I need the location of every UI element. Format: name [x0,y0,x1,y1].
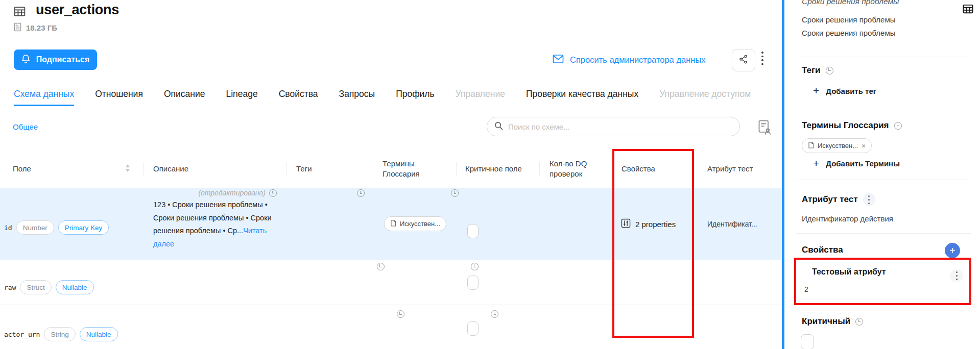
tab-profile[interactable]: Профиль [396,89,435,106]
tab-queries[interactable]: Запросы [339,89,375,106]
col-header-field: Поле [13,151,120,187]
sort-icon[interactable] [126,164,130,172]
nullable-badge: Nullable [56,280,94,294]
clock-icon [269,189,277,197]
term-doc-icon [808,142,814,150]
share-icon [738,54,749,66]
add-tag-button[interactable]: + Добавить тег [813,86,876,96]
properties-cell[interactable]: 2 properties [621,218,676,230]
attr-test-value: Идентификатор действия [802,214,893,223]
tab-access: Управление доступом [659,89,751,106]
add-property-button[interactable]: + [945,243,960,258]
col-header-tags: Теги [296,151,357,187]
field-name: actor_urn [4,331,40,338]
attr-test-cell: Идентификат... [707,220,757,228]
tags-pending-clock-icon [357,189,365,197]
glossary-title: Термины Глоссария [802,120,889,131]
dataset-icon [13,5,26,20]
description-preview-italic: Сроки решения проблемы [802,0,899,6]
property-card-value: 2 [804,285,808,293]
share-button[interactable] [732,49,755,71]
glossary-term-chip[interactable]: Искусствен... × [802,138,872,153]
edited-marker: (отредактировано) [198,189,266,197]
terms-pending-clock-icon [491,310,498,318]
critical-section-header: Критичный [802,316,863,327]
tags-pending-clock-icon [377,263,385,270]
critical-checkbox[interactable] [801,334,814,349]
glossary-section-header: Термины Глоссария [802,120,902,131]
page-title: user_actions [36,2,119,18]
tab-properties[interactable]: Свойства [279,89,318,106]
add-tag-label: Добавить тег [826,87,876,95]
ask-admin-label: Спросить администратора данных [570,55,706,65]
attr-test-menu-button[interactable] [863,193,875,206]
tab-description[interactable]: Описание [164,89,205,106]
dataset-page: user_actions 18.23 ГБ Подписаться Спроси… [0,0,980,349]
more-menu-button[interactable] [761,52,763,65]
storage-icon [14,22,21,34]
type-badge: String [44,327,75,341]
col-header-attr-test: Атрибут тест [707,151,779,187]
entity-sidebar: Сроки решения проблемы Сроки решения про… [785,0,980,349]
subscribe-button[interactable]: Подписаться [14,49,97,70]
view-switch-general[interactable]: Общее [13,122,38,131]
search-icon [494,121,503,132]
glossary-pending-clock-icon [894,122,902,130]
remove-term-icon[interactable]: × [862,142,866,150]
page-tabs: Схема данных Отношения Описание Lineage … [14,89,751,106]
tab-dq-checks[interactable]: Проверки качества данных [526,89,638,106]
critical-checkbox[interactable] [467,321,479,336]
field-name: id [4,224,12,232]
col-header-description: Описание [153,151,266,187]
subscribe-label: Подписаться [36,55,90,64]
tags-pending-clock-icon [397,310,404,318]
term-doc-icon [390,220,396,228]
property-card-menu-button[interactable] [950,269,963,282]
terms-pending-clock-icon [471,263,479,270]
ask-admin-link[interactable]: Спросить администратора данных [553,54,706,66]
type-badge: Number [16,220,54,235]
plus-icon: + [813,86,819,96]
nullable-badge: Nullable [80,327,118,341]
tags-pending-clock-icon [826,67,833,74]
tab-lineage[interactable]: Lineage [226,89,257,106]
panel-toggle-icon[interactable] [962,3,974,17]
properties-section-title: Свойства [802,245,843,255]
plus-icon: + [813,158,819,168]
dataset-size: 18.23 ГБ [26,23,57,32]
schema-search [487,117,740,136]
term-label: Искусствен... [400,220,440,228]
tab-governance: Управление [456,89,505,106]
description-preview-line: Сроки решения проблемы [802,15,896,24]
plus-icon: + [949,245,955,257]
field-cell-id: id Number Primary Key [4,220,109,235]
critical-pending-clock-icon [855,318,863,326]
col-header-critical-field: Критичное поле [465,151,533,187]
properties-count: 2 properties [635,220,676,229]
bell-icon [21,54,30,66]
property-card-title: Тестовый атрибут [812,267,886,277]
critical-checkbox[interactable] [467,276,479,290]
field-name: raw [4,284,16,291]
tab-relations[interactable]: Отношения [95,89,143,106]
field-cell-actor-urn: actor_urn String Nullable [4,327,118,341]
sidebar-divider-line [782,0,784,349]
col-header-glossary-terms: Термины Глоссария [383,151,448,187]
tab-schema[interactable]: Схема данных [14,89,74,106]
col-header-properties: Свойства [622,151,688,187]
search-input[interactable] [507,122,732,132]
annotation-box-property-card [794,258,971,305]
attr-test-title: Атрибут тест [802,194,858,205]
col-header-dq-count: Кол-во DQ проверок [549,151,606,187]
schema-settings-icon[interactable] [757,119,772,137]
add-terms-button[interactable]: + Добавить Термины [813,158,900,168]
envelope-icon [553,54,564,66]
glossary-term-chip[interactable]: Искусствен... [384,216,446,231]
critical-title: Критичный [802,316,850,327]
critical-checkbox[interactable] [467,224,479,238]
tags-title: Теги [802,65,821,76]
description-cell: (отредактировано) 123 • Сроки решения пр… [153,189,277,251]
add-terms-label: Добавить Термины [826,159,900,168]
term-label: Искусствен... [818,142,858,149]
tags-section-header: Теги [802,65,833,76]
